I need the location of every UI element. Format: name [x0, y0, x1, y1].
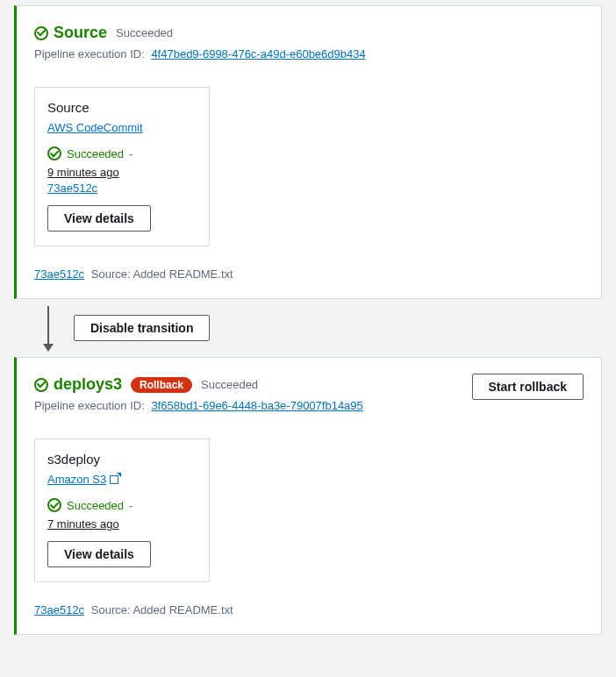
dash: - [129, 499, 133, 512]
action-name: s3deploy [47, 452, 197, 467]
action-status: Succeeded [67, 499, 124, 512]
view-details-button[interactable]: View details [47, 541, 151, 567]
disable-transition-button[interactable]: Disable transition [74, 315, 210, 341]
execution-row: Pipeline execution ID: 3f658bd1-69e6-444… [34, 399, 584, 412]
exec-label: Pipeline execution ID: [34, 399, 145, 412]
stage-footer: 73ae512c Source: Added README.txt [34, 603, 584, 616]
execution-id-link[interactable]: 3f658bd1-69e6-4448-ba3e-79007fb14a95 [151, 399, 362, 412]
commit-link[interactable]: 73ae512c [47, 182, 97, 195]
stage-name: deploys3 [54, 375, 122, 394]
stage-status: Succeeded [116, 26, 173, 39]
start-rollback-button[interactable]: Start rollback [472, 374, 584, 400]
provider-label: Amazon S3 [47, 473, 106, 486]
footer-message: Source: Added README.txt [91, 603, 233, 616]
footer-commit-link[interactable]: 73ae512c [34, 603, 84, 616]
action-card: Source AWS CodeCommit Succeeded - 9 minu… [34, 87, 210, 246]
provider-label: AWS CodeCommit [47, 121, 143, 134]
arrow-down-icon [47, 306, 49, 350]
action-card: s3deploy Amazon S3 Succeeded - 7 minutes… [34, 438, 210, 582]
provider-link[interactable]: AWS CodeCommit [47, 121, 143, 134]
stage-status: Succeeded [201, 378, 258, 391]
action-status-line: Succeeded - 9 minutes ago [47, 146, 197, 179]
action-time-link[interactable]: 9 minutes ago [47, 166, 119, 179]
stage-deploys3: deploys3 Rollback Succeeded Start rollba… [14, 357, 602, 635]
stage-header: Source Succeeded [34, 24, 584, 42]
footer-message: Source: Added README.txt [91, 267, 233, 281]
provider-link[interactable]: Amazon S3 [47, 473, 118, 486]
stage-name: Source [54, 24, 107, 42]
stage-footer: 73ae512c Source: Added README.txt [34, 267, 584, 281]
dash: - [129, 147, 133, 160]
check-circle-icon [47, 146, 61, 160]
action-status: Succeeded [67, 147, 124, 160]
action-time-link[interactable]: 7 minutes ago [47, 517, 119, 531]
rollback-badge: Rollback [131, 377, 192, 393]
action-name: Source [47, 100, 197, 115]
exec-label: Pipeline execution ID: [34, 47, 145, 61]
footer-commit-link[interactable]: 73ae512c [34, 267, 84, 281]
external-link-icon [110, 475, 118, 484]
stage-source: Source Succeeded Pipeline execution ID: … [14, 5, 602, 299]
check-circle-icon [47, 498, 61, 512]
stage-header: deploys3 Rollback Succeeded Start rollba… [34, 375, 584, 394]
action-status-line: Succeeded - 7 minutes ago [47, 498, 197, 531]
view-details-button[interactable]: View details [47, 205, 151, 232]
execution-id-link[interactable]: 4f47bed9-6998-476c-a49d-e60be6d9b434 [151, 47, 365, 61]
stage-title: Source [34, 24, 107, 42]
check-circle-icon [34, 26, 48, 40]
check-circle-icon [34, 378, 48, 392]
transition-row: Disable transition [39, 306, 616, 350]
stage-title: deploys3 [34, 375, 122, 394]
execution-row: Pipeline execution ID: 4f47bed9-6998-476… [34, 47, 584, 61]
